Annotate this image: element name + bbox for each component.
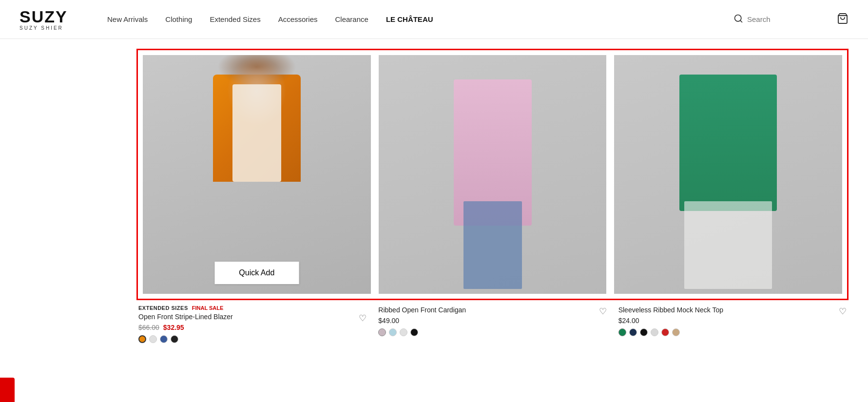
badge-extended-1: EXTENDED SIZES [138, 305, 188, 311]
badge-row-1: EXTENDED SIZES FINAL SALE [138, 305, 366, 311]
swatches-2 [378, 328, 606, 336]
price-row-2: $49.00 [378, 317, 606, 325]
price-regular-3: $24.00 [618, 317, 639, 325]
search-input[interactable] [747, 15, 825, 23]
swatch-2-2[interactable] [400, 328, 407, 336]
swatch-3-4[interactable] [661, 328, 669, 336]
swatch-1-0[interactable] [138, 335, 146, 343]
swatch-3-1[interactable] [629, 328, 637, 336]
sidebar [19, 49, 127, 343]
price-original-1: $66.00 [138, 324, 159, 331]
swatch-1-3[interactable] [171, 335, 178, 343]
nav-clearance[interactable]: Clearance [335, 15, 368, 23]
wishlist-button-3[interactable]: ♡ [839, 306, 847, 317]
products-area: Quick Add EXTENDED SIZES FINAL SALE [136, 49, 849, 343]
swatch-1-1[interactable] [149, 335, 157, 343]
nav-clothing[interactable]: Clothing [165, 15, 192, 23]
nav-new-arrivals[interactable]: New Arrivals [107, 15, 148, 23]
swatches-3 [618, 328, 847, 336]
product-name-1: Open Front Stripe-Lined Blazer [138, 313, 233, 321]
product-image-2 [379, 55, 607, 294]
header: SUZY SUZY SHIER New Arrivals Clothing Ex… [0, 0, 868, 39]
product-card-2[interactable] [379, 55, 607, 294]
logo[interactable]: SUZY SUZY SHIER [19, 8, 78, 31]
product-info-2: Ribbed Open Front Cardigan ♡ $49.00 [376, 305, 608, 343]
product-info-3: Sleeveless Ribbed Mock Neck Top ♡ $24.00 [617, 305, 849, 343]
swatch-3-3[interactable] [651, 328, 658, 336]
badge-sale-1: FINAL SALE [192, 305, 224, 311]
price-sale-1: $32.95 [163, 324, 184, 331]
price-row-1: $66.00 $32.95 [138, 324, 366, 331]
nav-extended-sizes[interactable]: Extended Sizes [210, 15, 260, 23]
product-image-3 [614, 55, 842, 294]
swatch-1-2[interactable] [160, 335, 168, 343]
product-name-row-2: Ribbed Open Front Cardigan ♡ [378, 305, 606, 317]
swatches-1 [138, 335, 366, 343]
swatch-3-2[interactable] [640, 328, 648, 336]
swatch-2-0[interactable] [378, 328, 386, 336]
product-grid: Quick Add [136, 49, 849, 300]
swatch-2-1[interactable] [389, 328, 397, 336]
product-name-3: Sleeveless Ribbed Mock Neck Top [618, 306, 723, 314]
cart-icon[interactable] [837, 13, 849, 26]
svg-line-1 [740, 20, 742, 22]
product-name-2: Ribbed Open Front Cardigan [378, 306, 466, 314]
price-regular-2: $49.00 [378, 317, 399, 325]
quick-add-button-1[interactable]: Quick Add [214, 262, 299, 284]
price-row-3: $24.00 [618, 317, 847, 325]
product-card-1[interactable]: Quick Add [143, 55, 371, 294]
product-card-3[interactable] [614, 55, 842, 294]
logo-main: SUZY [19, 8, 78, 25]
search-icon[interactable] [733, 14, 743, 25]
product-image-1: Quick Add [143, 55, 371, 294]
wishlist-button-2[interactable]: ♡ [599, 306, 607, 317]
swatch-3-5[interactable] [672, 328, 680, 336]
swatch-2-3[interactable] [410, 328, 418, 336]
swatch-3-0[interactable] [618, 328, 626, 336]
product-name-row-1: Open Front Stripe-Lined Blazer ♡ [138, 312, 366, 324]
product-name-row-3: Sleeveless Ribbed Mock Neck Top ♡ [618, 305, 847, 317]
nav-accessories[interactable]: Accessories [278, 15, 318, 23]
search-area [733, 14, 825, 25]
nav-le-chateau[interactable]: LE CHÂTEAU [386, 15, 433, 23]
main-content: Quick Add EXTENDED SIZES FINAL SALE [0, 39, 868, 363]
product-info-1: EXTENDED SIZES FINAL SALE Open Front Str… [136, 305, 368, 343]
main-nav: New Arrivals Clothing Extended Sizes Acc… [107, 15, 724, 23]
wishlist-button-1[interactable]: ♡ [359, 313, 366, 324]
logo-sub: SUZY SHIER [19, 26, 78, 31]
red-corner-tab [0, 378, 15, 402]
